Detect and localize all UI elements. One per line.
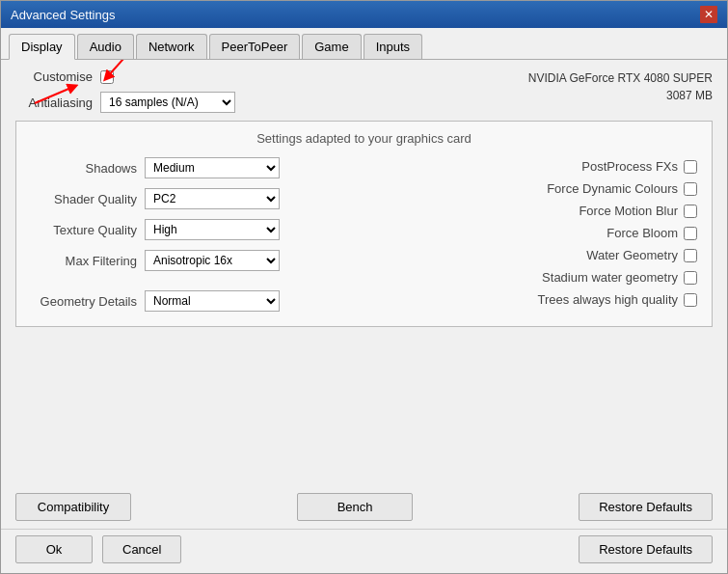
tab-network[interactable]: Network [136,34,207,59]
gpu-line2: 3087 MB [528,87,713,104]
geometry-label: Geometry Details [31,294,137,309]
settings-title: Settings adapted to your graphics card [31,131,697,146]
shadows-row: Shadows Medium [31,157,355,178]
stadium-water-geometry-row: Stadium water geometry [374,270,698,285]
gpu-info: NVIDIA GeForce RTX 4080 SUPER 3087 MB [528,69,713,104]
right-settings: PostProcess FXs Force Dynamic Colours Fo… [374,157,698,312]
shadows-select[interactable]: Medium [145,157,280,178]
max-filtering-label: Max Filtering [31,254,137,268]
bench-button[interactable]: Bench [297,493,413,521]
main-content: Customise [1,60,727,485]
postprocess-fx-label: PostProcess FXs [581,159,678,174]
stadium-water-geometry-label: Stadium water geometry [542,270,678,285]
antialiasing-select[interactable]: 16 samples (N/A) [100,92,235,113]
top-section: Customise [15,69,713,113]
trees-high-quality-row: Trees always high quality [374,292,698,307]
shader-quality-select[interactable]: PC2 [145,188,280,209]
postprocess-fx-row: PostProcess FXs [374,159,698,174]
texture-quality-row: Texture Quality High [31,219,355,240]
force-bloom-row: Force Bloom [374,226,698,240]
left-settings: Shadows Medium Shader Quality PC2 Textur… [31,157,355,312]
tab-audio[interactable]: Audio [77,34,134,59]
force-bloom-checkbox[interactable] [684,227,697,240]
water-geometry-label: Water Geometry [586,248,678,262]
shadows-label: Shadows [31,161,137,176]
restore-defaults-button-2[interactable]: Restore Defaults [579,535,713,563]
water-geometry-row: Water Geometry [374,248,698,262]
postprocess-fx-checkbox[interactable] [684,160,697,174]
texture-quality-label: Texture Quality [31,223,137,237]
gpu-line1: NVIDIA GeForce RTX 4080 SUPER [528,69,713,87]
ok-button[interactable]: Ok [15,535,93,563]
customise-checkbox[interactable] [100,70,114,84]
tab-peertopeer[interactable]: PeerToPeer [209,34,301,59]
geometry-row: Geometry Details Normal [31,290,355,312]
settings-columns: Shadows Medium Shader Quality PC2 Textur… [31,157,697,312]
force-dynamic-colours-checkbox[interactable] [684,182,697,196]
tabs-bar: Display Audio Network PeerToPeer Game In… [1,28,727,60]
cancel-button[interactable]: Cancel [102,535,181,563]
customise-row: Customise [15,69,235,84]
bottom-buttons-row1: Compatibility Bench Restore Defaults [1,485,727,529]
window-title: Advanced Settings [11,8,115,22]
force-bloom-label: Force Bloom [607,226,678,240]
title-bar: Advanced Settings ✕ [1,1,727,28]
force-dynamic-colours-label: Force Dynamic Colours [547,181,678,196]
geometry-select[interactable]: Normal [145,290,280,312]
water-geometry-checkbox[interactable] [684,249,697,262]
dialog-window: Advanced Settings ✕ Display Audio Networ… [0,0,728,574]
texture-quality-select[interactable]: High [145,219,280,240]
stadium-water-geometry-checkbox[interactable] [684,271,697,285]
ok-cancel-group: Ok Cancel [15,535,181,563]
force-motion-blur-row: Force Motion Blur [374,204,698,218]
force-dynamic-colours-row: Force Dynamic Colours [374,181,698,196]
max-filtering-row: Max Filtering Anisotropic 16x [31,250,355,271]
restore-defaults-button-1[interactable]: Restore Defaults [579,493,713,521]
settings-box: Settings adapted to your graphics card S… [15,121,713,327]
max-filtering-select[interactable]: Anisotropic 16x [145,250,280,271]
compatibility-button[interactable]: Compatibility [15,493,131,521]
tab-display[interactable]: Display [9,34,75,60]
customise-label: Customise [15,69,93,84]
trees-high-quality-checkbox[interactable] [684,293,697,307]
customise-area: Customise [15,69,235,113]
force-motion-blur-checkbox[interactable] [684,205,697,218]
shader-quality-label: Shader Quality [31,192,137,206]
antialiasing-label: Antialiasing [15,96,93,110]
tab-game[interactable]: Game [302,34,361,59]
bottom-buttons-row2: Ok Cancel Restore Defaults [1,529,727,573]
force-motion-blur-label: Force Motion Blur [579,204,678,218]
shader-quality-row: Shader Quality PC2 [31,188,355,209]
close-button[interactable]: ✕ [700,6,717,23]
antialiasing-row: Antialiasing 16 samples (N/A) [15,92,235,113]
tab-inputs[interactable]: Inputs [364,34,422,59]
trees-high-quality-label: Trees always high quality [538,292,678,307]
